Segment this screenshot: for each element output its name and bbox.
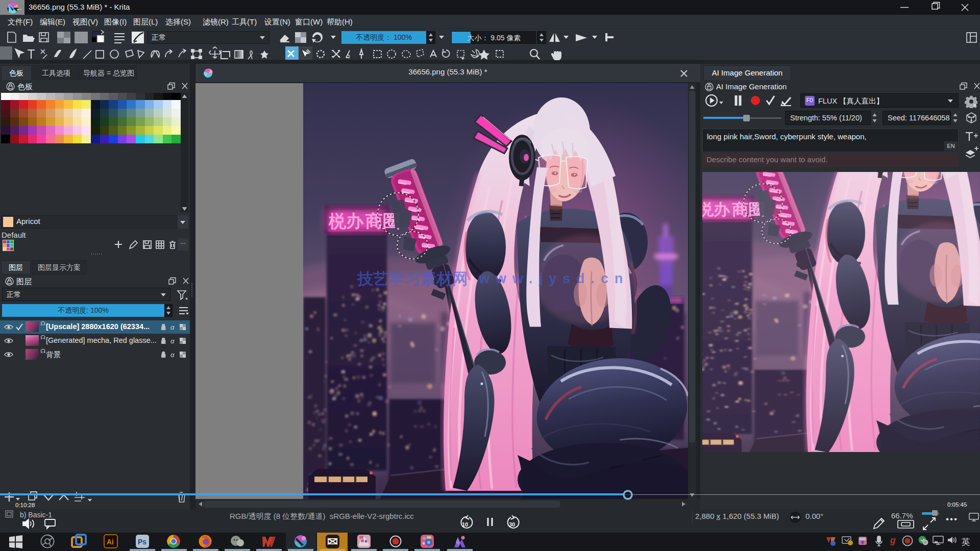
svg-text:α: α bbox=[170, 351, 175, 359]
svg-text:Ai: Ai bbox=[107, 538, 114, 546]
svg-text:30: 30 bbox=[509, 521, 515, 528]
svg-text:10: 10 bbox=[462, 521, 468, 528]
svg-text:Ps: Ps bbox=[138, 538, 146, 546]
svg-text:英: 英 bbox=[962, 537, 970, 547]
svg-text:α: α bbox=[170, 323, 175, 331]
svg-text:α: α bbox=[170, 337, 175, 345]
svg-text:g: g bbox=[890, 535, 896, 545]
